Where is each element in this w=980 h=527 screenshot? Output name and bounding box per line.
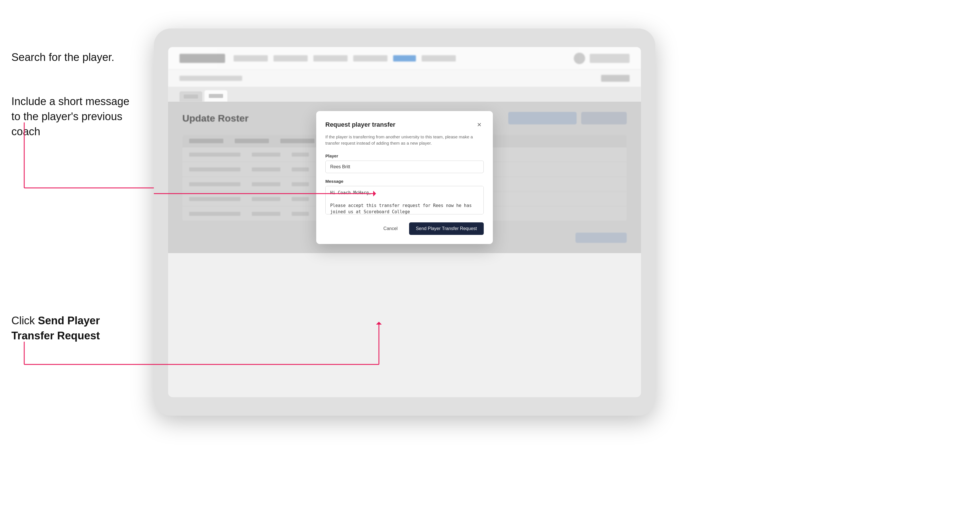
annotation-click-prefix: Click — [11, 314, 38, 327]
modal-footer: Cancel Send Player Transfer Request — [325, 222, 484, 235]
tab-1 — [180, 91, 202, 102]
player-search-input[interactable] — [325, 160, 484, 173]
modal-title: Request player transfer — [325, 121, 395, 129]
player-field-label: Player — [325, 154, 484, 158]
tab-2-active — [205, 90, 228, 102]
tabs-bar — [168, 87, 641, 102]
nav-item-5-active — [393, 55, 416, 62]
user-avatar — [574, 53, 585, 64]
message-field-label: Message — [325, 179, 484, 184]
cancel-button[interactable]: Cancel — [377, 222, 404, 235]
nav-item-1 — [234, 55, 268, 62]
device-screen: Update Roster — [168, 47, 641, 397]
annotation-click-text: Click Send Player Transfer Request — [11, 313, 137, 343]
modal-header: Request player transfer ✕ — [325, 120, 484, 129]
sub-action — [601, 75, 630, 82]
nav-item-6 — [422, 55, 456, 62]
modal-description: If the player is transferring from anoth… — [325, 134, 484, 147]
app-logo — [180, 54, 225, 63]
breadcrumb — [180, 76, 242, 81]
nav-item-3 — [313, 55, 348, 62]
modal-dialog: Request player transfer ✕ If the player … — [316, 111, 493, 244]
close-icon: ✕ — [477, 121, 482, 128]
nav-action-btn — [590, 54, 630, 63]
annotation-search-text: Search for the player. — [11, 50, 114, 65]
sub-header — [168, 70, 641, 87]
annotation-message-text: Include a short messageto the player's p… — [11, 94, 148, 140]
nav-right — [574, 53, 630, 64]
modal-close-button[interactable]: ✕ — [475, 120, 484, 129]
device-frame: Update Roster — [154, 29, 655, 416]
nav-item-4 — [353, 55, 387, 62]
send-transfer-request-button[interactable]: Send Player Transfer Request — [409, 222, 484, 235]
message-textarea[interactable]: Hi Coach McHarg, Please accept this tran… — [325, 186, 484, 214]
nav-items — [234, 55, 565, 62]
nav-item-2 — [274, 55, 308, 62]
modal-overlay: Request player transfer ✕ If the player … — [168, 102, 641, 253]
app-header — [168, 47, 641, 70]
